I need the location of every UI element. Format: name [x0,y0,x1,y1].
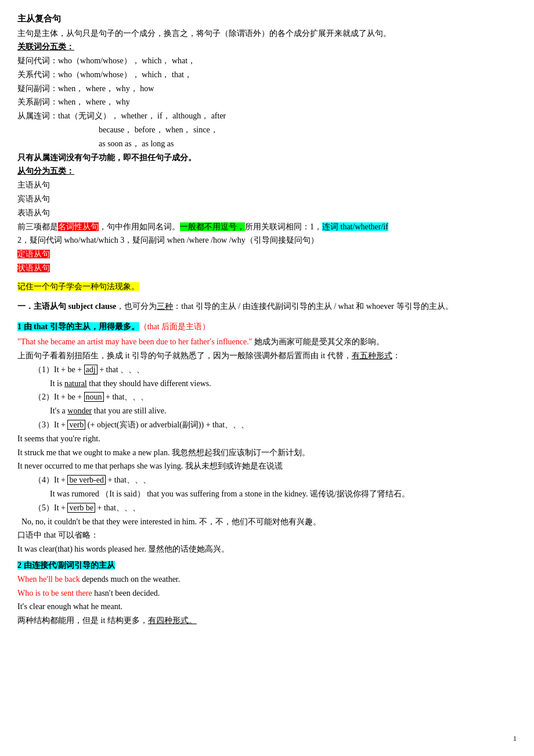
no-comma-highlight: 一般都不用逗号， [180,222,245,231]
cat-1: 疑问代词：who（whom/whose）， which， what， [17,54,517,68]
clause-note-line: 前三项都是名词性从句，句中作用如同名词。一般都不用逗号，所用关联词相同：1，连词… [17,220,517,234]
form-2: （2）It + be + noun + that、、、 [34,390,517,404]
oral-example: It was clear(that) his words pleased her… [17,542,517,556]
when-example: When he′ll be back depends much on the w… [17,573,517,586]
adv-clause-text: 状语从句 [17,264,50,272]
oral-note: 口语中 that 可以省略： [17,528,517,542]
remember: 记住一个句子学会一种句法现象。 [17,280,517,294]
part1-title: 一．主语从句 subject clause，也可分为三种：that 引导的主从 … [17,300,517,314]
clause-note5b: 2，疑问代词 who/what/which 3，疑问副词 when /where… [17,233,517,247]
cat-4: 关系副词：when， where， why [17,95,517,109]
main-content: 主从复合句 主句是主体，从句只是句子的一个成分，换言之，将句子（除谓语外）的各个… [17,12,517,628]
form-5: （5）It + verb be + that、、、 [34,501,517,515]
cat-5-extra1: because， before， when， since， [99,123,517,137]
liangjie-note: 两种结构都能用，但是 it 结构更多，有四种形式。 [17,614,517,628]
form-3-ex1: It seems that you′re right. [17,432,517,446]
note1: 只有从属连词没有句子功能，即不担任句子成分。 [17,151,517,165]
when-text: When he′ll be back [17,575,80,584]
adj-clause: 定语从句 [17,247,517,261]
cat-3: 疑问副词：when， where， why， how [17,82,517,96]
that-whether-if-highlight: 连词 that/whether/if [322,222,388,231]
section-1-title: 1 由 that 引导的主从，用得最多。（that 后面是主语） [17,320,517,334]
section-2-title: 2 由连接代/副词引导的主从 [17,559,517,573]
form-5-example: No, no, it couldn′t be that they were in… [17,515,517,529]
form-4: （4）It + be verb-ed + that、、、 [34,473,517,487]
remember-text: 记住一个句子学会一种句法现象。 [17,282,139,291]
spacer1 [17,313,517,318]
adj-clause-text: 定语从句 [17,250,50,258]
form-3: （3）It + verb (+ object(宾语) or adverbial(… [34,418,517,432]
example1: "That she became an artist may have been… [17,335,517,349]
explanation1: 上面句子看着别扭陌生，换成 it 引导的句子就熟悉了，因为一般除强调外都后置而由… [17,349,517,363]
adv-clause: 状语从句 [17,261,517,275]
who-text: Who is to be sent there [17,589,92,597]
clause-2: 宾语从句 [17,192,517,206]
form-3-ex2: It struck me that we ought to make a new… [17,446,517,460]
form-3-ex3: It never occurred to me that perhaps she… [17,459,517,473]
form-4-example: It was rumored （It is said） that you was… [50,487,517,501]
cat-5-extra2: as soon as， as long as [99,137,517,151]
intro: 主句是主体，从句只是句子的一个成分，换言之，将句子（除谓语外）的各个成分扩展开来… [17,27,517,41]
clear-example: It′s clear enough what he meant. [17,600,517,614]
form-2-example: It′s a wonder that you are still alive. [50,404,517,418]
clause-3: 表语从句 [17,206,517,220]
section2-title: 从句分为五类： [17,164,517,178]
section1-title: 关联词分五类： [17,40,517,54]
cat-5: 从属连词：that（无词义）， whether， if， although， a… [17,109,517,123]
form-1: （1）It + be + adj + that 、、、 [34,363,517,377]
clause-1: 主语从句 [17,178,517,192]
title: 主从复合句 [17,12,517,27]
form-1-example: It is natural that they should have diff… [50,377,517,391]
noun-clause-highlight: 名词性从句 [58,222,99,231]
who-example: Who is to be sent there hasn′t been deci… [17,586,517,600]
cat-2: 关系代词：who（whom/whose）， which， that， [17,68,517,82]
